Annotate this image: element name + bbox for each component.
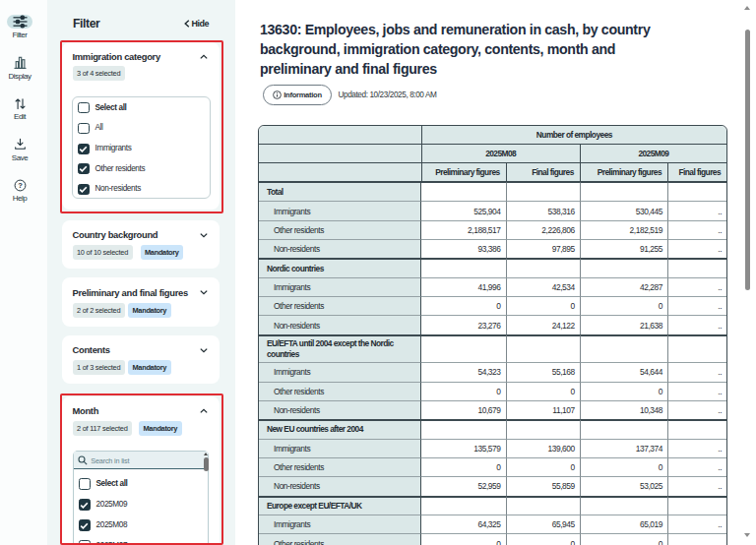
svg-text:?: ? (18, 181, 23, 190)
